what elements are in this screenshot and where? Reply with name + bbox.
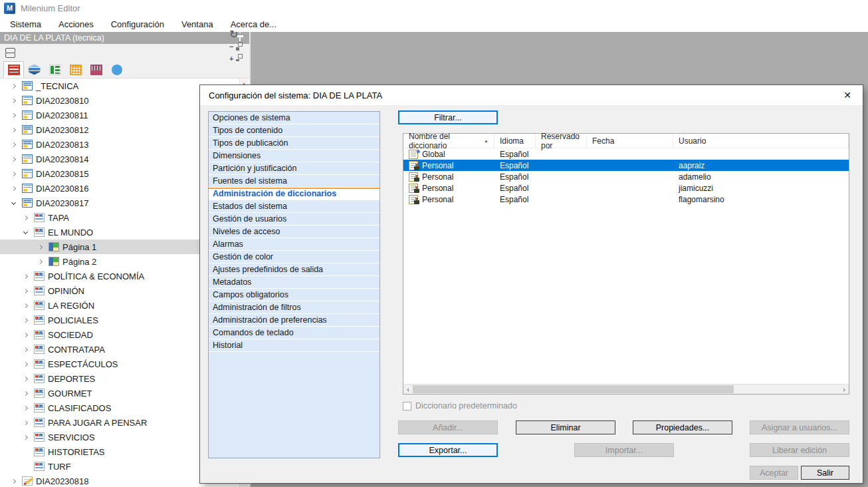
chevron-right-icon[interactable] [7,480,20,483]
settings-nav-item[interactable]: Tipos de contenido [209,124,380,137]
chevron-down-icon[interactable] [19,232,32,234]
batch-queue-icon[interactable] [5,47,17,58]
section-icon [34,315,45,325]
exportar-button[interactable]: Exportar... [398,443,498,457]
collapse-tree-icon[interactable]: − [229,41,244,53]
chevron-right-icon[interactable] [7,99,20,102]
chevron-right-icon[interactable] [19,348,32,351]
chevron-right-icon[interactable] [33,260,47,263]
table-row[interactable]: PersonalEspañoladamelio [403,171,849,182]
table-row[interactable]: PersonalEspañoljiamicuzzi [403,182,849,194]
settings-nav-item[interactable]: Estados del sistema [209,200,380,213]
scroll-left-icon[interactable]: ‹ [403,385,413,394]
filtrar-button[interactable]: Filtrar... [398,110,498,124]
tab-layout[interactable] [45,61,65,78]
chevron-right-icon[interactable] [19,289,32,293]
chevron-shape [37,244,42,249]
settings-nav-item[interactable]: Historial [209,339,380,352]
chevron-down-icon[interactable] [7,202,20,204]
settings-nav-item[interactable]: Gestión de color [209,251,380,263]
refresh-icon[interactable]: ↻ [229,29,244,41]
settings-nav-item[interactable]: Partición y justificación [209,162,380,175]
circle-blue-icon [112,65,122,75]
tab-grid[interactable] [65,61,86,78]
scroll-right-icon[interactable]: › [839,385,849,394]
settings-nav-item[interactable]: Fuentes del sistema [209,175,380,188]
cell-text: aapraiz [679,161,705,170]
checkbox-box[interactable] [403,402,411,410]
chevron-right-icon[interactable] [19,304,32,307]
cell-usuario: adamelio [673,171,849,182]
section-icon [34,301,45,310]
chevron-right-icon[interactable] [7,172,20,176]
cell-usuario [673,148,849,160]
settings-nav-item[interactable]: Administración de filtros [209,301,380,314]
column-header[interactable]: Nombre del diccionario▲ [403,134,494,148]
chevron-right-icon[interactable] [7,143,20,146]
tree-item-label: POLÍTICA & ECONOMÍA [48,271,144,281]
settings-nav-item[interactable]: Tipos de publicación [209,137,380,150]
cell-reservado [536,182,587,194]
chevron-right-icon[interactable] [7,84,20,88]
chevron-right-icon[interactable] [7,114,20,117]
menu-item-2[interactable]: Configuración [102,17,173,31]
settings-nav-item[interactable]: Administración de diccionarios [209,188,380,200]
default-dictionary-checkbox[interactable]: Diccionario predeterminado [403,401,517,410]
settings-nav-item[interactable]: Dimensiones [209,150,380,162]
column-header[interactable]: Usuario [673,134,849,148]
settings-nav-item[interactable]: Opciones de sistema [209,112,380,124]
table-horizontal-scrollbar[interactable]: ‹ › [403,384,849,394]
eliminar-button[interactable]: Eliminar [516,420,615,434]
chevron-shape [23,391,27,395]
chevron-right-icon[interactable] [19,406,32,410]
table-row[interactable]: GlobalEspañol [403,148,849,160]
dialog-close-icon[interactable]: ✕ [840,88,855,102]
column-header[interactable]: Fecha [587,134,673,148]
settings-nav-item[interactable]: Niveles de acceso [209,226,380,238]
settings-nav-item[interactable]: Metadatos [209,276,380,289]
tab-roll[interactable] [86,61,106,78]
chevron-right-icon[interactable] [19,216,32,220]
chevron-right-icon[interactable] [7,187,20,190]
settings-nav-item[interactable]: Administración de preferencias [209,314,380,327]
tab-sphere[interactable] [106,61,127,78]
chevron-right-icon[interactable] [33,245,47,249]
scrollbar-thumb[interactable] [413,385,734,393]
settings-nav-item[interactable]: Comandos de teclado [209,327,380,339]
chevron-shape [23,405,27,410]
chevron-right-icon[interactable] [19,392,32,395]
chevron-right-icon[interactable] [19,377,32,381]
tree-item-label: CONTRATAPA [48,345,105,355]
chevron-right-icon[interactable] [7,158,20,161]
page-icon [49,257,59,266]
chevron-right-icon[interactable] [19,319,32,322]
menu-item-3[interactable]: Ventana [173,17,222,31]
propiedades-button[interactable]: Propiedades... [633,420,732,434]
chevron-right-icon[interactable] [19,333,32,337]
cell-text: Personal [422,161,453,170]
settings-nav-item[interactable]: Ajustes predefinidos de salida [209,263,380,276]
cell-text: Personal [422,195,453,204]
settings-nav-item[interactable]: Alarmas [209,238,380,251]
settings-nav-item[interactable]: Campos obligatorios [209,289,380,301]
column-header-label: Nombre del diccionario [409,132,484,150]
table-row[interactable]: PersonalEspañolaapraiz [403,160,849,171]
column-header[interactable]: Idioma [494,134,536,148]
chevron-right-icon[interactable] [7,128,20,132]
tab-publication[interactable] [3,61,24,78]
cell-usuario: jiamicuzzi [673,182,849,194]
settings-nav-item[interactable]: Gestión de usuarios [209,213,380,226]
chevron-right-icon[interactable] [19,421,32,424]
chevron-right-icon[interactable] [19,363,32,366]
salir-button[interactable]: Salir [801,466,849,480]
tab-layers[interactable] [24,61,45,78]
cell-text: Español [500,195,528,204]
chevron-right-icon[interactable] [19,436,32,439]
chevron-right-icon[interactable] [19,275,32,278]
column-header[interactable]: Reservado por [536,134,587,148]
dialog-title-bar: Configuración del sistema: DIA DE LA PLA… [200,85,863,105]
cell-usuario: flagomarsino [673,194,849,205]
menu-item-1[interactable]: Acciones [50,17,102,31]
table-row[interactable]: PersonalEspañolflagomarsino [403,194,849,205]
menu-item-0[interactable]: Sistema [1,17,50,31]
